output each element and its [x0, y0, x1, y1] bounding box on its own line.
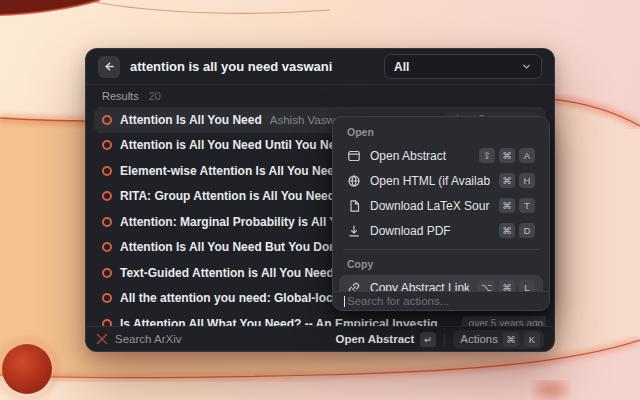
arxiv-ring-icon [102, 166, 112, 176]
primary-action-label: Open Abstract [335, 333, 414, 345]
menu-item-label: Download PDF [370, 224, 490, 238]
cmd-key-badge: ⌘ [499, 198, 515, 213]
cmd-key-badge: ⌘ [499, 148, 515, 163]
primary-action[interactable]: Open Abstract ↵ [335, 332, 436, 347]
arxiv-logo-icon [96, 333, 108, 345]
d-key-badge: D [519, 223, 535, 238]
globe-icon [347, 174, 361, 188]
actions-search-bar [333, 291, 549, 310]
menu-item-label: Open HTML (if Available) [370, 174, 490, 188]
return-key-badge: ↵ [420, 332, 436, 347]
menu-item-label: Download LaTeX Source [370, 199, 490, 213]
download-icon [347, 224, 361, 238]
cmd-key-badge: ⌘ [499, 173, 515, 188]
shift-key-badge: ⇧ [479, 148, 495, 163]
actions-search-input[interactable] [347, 295, 538, 307]
arxiv-ring-icon [102, 115, 112, 125]
arxiv-ring-icon [102, 242, 112, 252]
category-dropdown[interactable]: All [384, 54, 542, 79]
t-key-badge: T [519, 198, 535, 213]
menu-section-copy: Copy [339, 255, 543, 275]
h-key-badge: H [519, 173, 535, 188]
menu-item-open-html[interactable]: Open HTML (if Available) ⌘ H [339, 168, 543, 193]
back-arrow-icon [103, 60, 116, 73]
arxiv-ring-icon [102, 268, 112, 278]
results-count: 20 [149, 90, 161, 102]
actions-label: Actions [460, 333, 498, 345]
footer-app-label: Search ArXiv [115, 333, 181, 345]
result-row[interactable]: Is Attention All What You Need? -- An Em… [94, 311, 546, 326]
text-cursor [344, 296, 345, 307]
dropdown-value: All [394, 60, 409, 74]
footer-app: Search ArXiv [96, 333, 181, 345]
launcher-window: attention is all you need vaswani All Re… [85, 48, 555, 352]
arxiv-ring-icon [102, 191, 112, 201]
menu-item-label: Open Abstract [370, 149, 470, 163]
search-header: attention is all you need vaswani All [86, 49, 554, 84]
menu-divider [343, 249, 539, 250]
k-key-badge: K [524, 332, 540, 347]
arxiv-ring-icon [102, 293, 112, 303]
a-key-badge: A [519, 148, 535, 163]
result-age-badge: over 5 years ago [462, 316, 546, 326]
menu-item-open-abstract[interactable]: Open Abstract ⇧ ⌘ A [339, 143, 543, 168]
result-title: Attention Is All You Need [120, 113, 262, 127]
arxiv-ring-icon [102, 140, 112, 150]
arxiv-ring-icon [102, 217, 112, 227]
footer-bar: Search ArXiv Open Abstract ↵ Actions ⌘ K [86, 326, 554, 351]
menu-section-open: Open [339, 123, 543, 143]
document-icon [347, 199, 361, 213]
menu-item-download-latex[interactable]: Download LaTeX Source ⌘ T [339, 193, 543, 218]
result-title: Element-wise Attention Is All You Need [120, 164, 341, 178]
results-bar: Results 20 [86, 85, 554, 107]
chevron-down-icon [521, 61, 532, 72]
result-title: Is Attention All What You Need? -- An Em… [120, 317, 438, 326]
results-label: Results [102, 90, 139, 102]
cmd-key-badge: ⌘ [499, 223, 515, 238]
actions-menu: Open Open Abstract ⇧ ⌘ A [332, 116, 550, 311]
back-button[interactable] [98, 56, 120, 78]
search-input[interactable]: attention is all you need vaswani [130, 59, 374, 74]
cmd-key-badge: ⌘ [503, 332, 519, 347]
menu-item-download-pdf[interactable]: Download PDF ⌘ D [339, 218, 543, 243]
desktop: attention is all you need vaswani All Re… [0, 0, 640, 400]
window-icon [347, 149, 361, 163]
footer-separator [444, 333, 445, 345]
arxiv-ring-icon [102, 319, 112, 326]
actions-button[interactable]: Actions ⌘ K [453, 330, 544, 349]
